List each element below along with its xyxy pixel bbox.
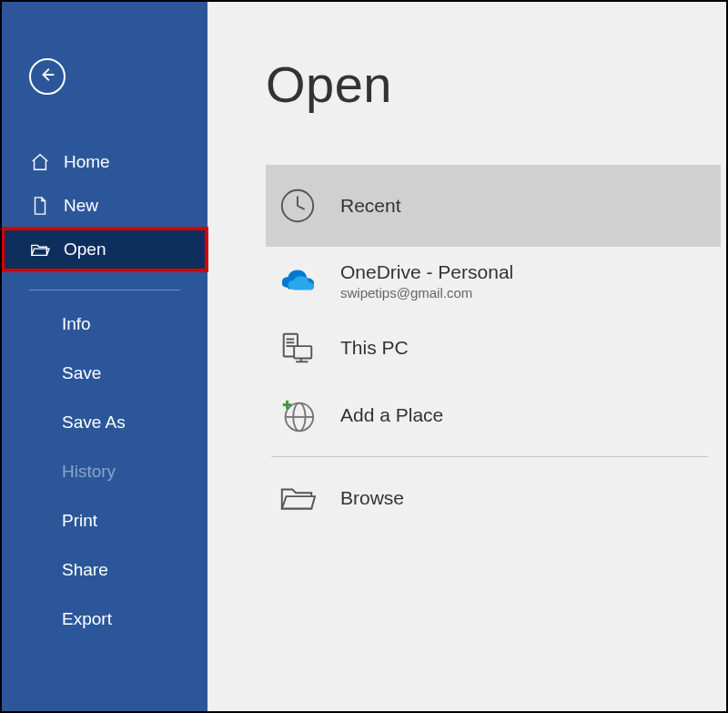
onedrive-icon: [277, 260, 318, 301]
nav-label: Print: [62, 511, 97, 531]
nav-label: Info: [62, 314, 91, 334]
sidebar: Home New Open Info Save: [2, 2, 207, 711]
page-title: Open: [266, 55, 726, 114]
location-text: OneDrive - Personal swipetips@gmail.com: [340, 261, 513, 300]
nav-primary: Home New Open: [2, 140, 207, 271]
location-text: Browse: [340, 487, 404, 509]
document-icon: [29, 195, 51, 217]
location-divider: [271, 456, 708, 457]
nav-label: New: [64, 196, 98, 216]
location-label: Add a Place: [340, 404, 443, 426]
nav-label: Share: [62, 560, 108, 580]
location-label: Browse: [340, 487, 404, 509]
location-add-place[interactable]: Add a Place: [266, 382, 721, 449]
svg-rect-5: [294, 346, 311, 358]
location-text: This PC: [340, 337, 409, 359]
folder-open-icon: [29, 239, 51, 260]
nav-new[interactable]: New: [2, 184, 207, 228]
nav-save-as[interactable]: Save As: [2, 398, 207, 447]
this-pc-icon: [277, 327, 318, 369]
backstage-view: Home New Open Info Save: [0, 0, 728, 713]
add-place-icon: [277, 394, 318, 436]
location-account: swipetips@gmail.com: [340, 285, 513, 300]
nav-label: History: [62, 462, 116, 482]
location-this-pc[interactable]: This PC: [266, 314, 721, 382]
nav-label: Home: [64, 152, 110, 172]
location-onedrive[interactable]: OneDrive - Personal swipetips@gmail.com: [266, 247, 721, 314]
clock-icon: [277, 185, 318, 227]
nav-secondary: Info Save Save As History Print Share Ex…: [2, 300, 207, 644]
home-icon: [29, 151, 51, 173]
location-label: OneDrive - Personal: [340, 261, 513, 283]
nav-info[interactable]: Info: [2, 300, 207, 349]
nav-label: Save: [62, 363, 101, 383]
location-text: Recent: [340, 195, 401, 217]
nav-share[interactable]: Share: [2, 545, 207, 595]
location-text: Add a Place: [340, 404, 443, 426]
location-recent[interactable]: Recent: [266, 165, 721, 247]
nav-divider: [29, 290, 180, 290]
nav-export[interactable]: Export: [2, 595, 207, 644]
nav-print[interactable]: Print: [2, 496, 207, 545]
nav-label: Save As: [62, 413, 126, 433]
nav-history: History: [2, 447, 207, 496]
location-label: Recent: [340, 195, 401, 217]
nav-label: Open: [64, 239, 106, 260]
nav-open[interactable]: Open: [2, 228, 207, 271]
nav-home[interactable]: Home: [2, 140, 207, 184]
nav-save[interactable]: Save: [2, 349, 207, 398]
location-browse[interactable]: Browse: [266, 464, 721, 532]
location-list: Recent OneDrive - Personal swipetips@gma…: [266, 165, 721, 532]
main-panel: Open Recent: [207, 2, 726, 711]
back-arrow-icon: [37, 65, 57, 88]
back-button[interactable]: [29, 58, 66, 95]
nav-label: Export: [62, 609, 112, 629]
folder-icon: [277, 477, 318, 519]
location-label: This PC: [340, 337, 409, 359]
